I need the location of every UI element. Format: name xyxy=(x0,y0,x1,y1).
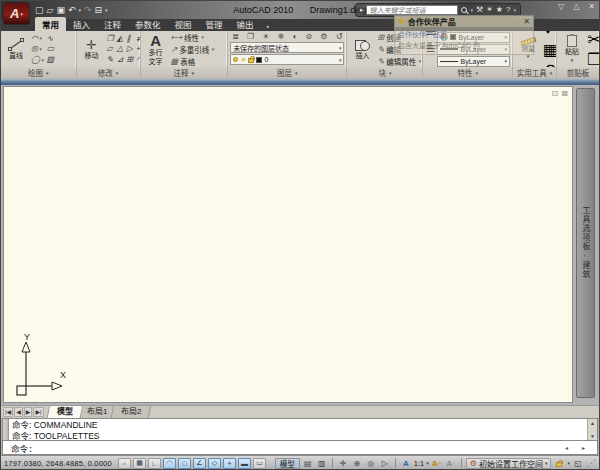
polyline-button[interactable]: ∿ xyxy=(46,34,54,44)
layer-properties-button[interactable]: ≣ xyxy=(232,33,239,41)
plot-icon[interactable]: ⊟ xyxy=(95,6,103,15)
panel-label-annotation[interactable]: 注释▾ xyxy=(141,67,228,78)
array-button[interactable]: ⊞ xyxy=(126,55,133,65)
id-point-button[interactable]: ⊙ xyxy=(544,60,556,68)
prev-tab-button[interactable]: ◀ xyxy=(14,407,23,417)
scroll-left-icon[interactable]: ◂ xyxy=(565,444,568,451)
layer-isolate-button[interactable]: ◐ xyxy=(293,33,298,41)
cut-button[interactable]: ✂ xyxy=(587,31,599,49)
mirror-button[interactable]: ◭ xyxy=(117,34,124,44)
annotation-autoscale-icon[interactable]: A⚡ xyxy=(445,458,457,469)
open-file-icon[interactable]: ▱ xyxy=(47,6,54,15)
steering-wheel-icon[interactable]: ◎ xyxy=(365,458,377,469)
panel-label-clipboard[interactable]: 剪贴板 xyxy=(557,67,599,78)
osnap-toggle[interactable]: □ xyxy=(178,458,191,469)
workspace-switch-button[interactable]: ⚙ 初始设置工作空间 ▾ xyxy=(466,458,552,469)
maximize-button[interactable]: △ xyxy=(573,3,579,11)
redo-icon[interactable]: ↷ xyxy=(84,6,92,15)
layer-walk-button[interactable]: ↺ xyxy=(336,33,343,41)
chevron-down-icon[interactable]: ▾ xyxy=(567,460,570,466)
erase-button[interactable]: ✎ xyxy=(107,55,114,65)
command-scrollbar[interactable]: ▲ ▼ xyxy=(587,419,597,440)
grid-toggle[interactable]: ▦ xyxy=(133,458,146,469)
model-space-button[interactable]: 模型 xyxy=(275,458,300,469)
edit-attributes-button[interactable]: ✎编辑属性▾ xyxy=(377,56,420,67)
chevron-down-icon[interactable]: ▾ xyxy=(79,7,82,13)
quick-view-layouts-icon[interactable]: ▤ xyxy=(302,458,314,469)
panel-label-modify[interactable]: 修改▾ xyxy=(77,67,140,78)
search-input[interactable] xyxy=(366,5,458,15)
balloon-close-icon[interactable]: ✕ xyxy=(523,17,530,26)
tab-parametric[interactable]: 参数化 xyxy=(128,17,168,31)
new-file-icon[interactable]: ▢ xyxy=(35,6,44,15)
infocenter-collapse-icon[interactable]: ▸ xyxy=(360,6,364,14)
scale-button[interactable]: ▱ xyxy=(107,44,114,54)
quick-view-drawings-icon[interactable]: ▥ xyxy=(316,458,328,469)
snap-toggle[interactable]: ▫ xyxy=(118,458,131,469)
move-button[interactable]: ✛ 移动 xyxy=(79,39,105,60)
chamfer-button[interactable]: ⊿ xyxy=(117,55,124,65)
scroll-down-icon[interactable]: ▼ xyxy=(590,432,595,440)
paste-button[interactable]: 粘贴 ▾ xyxy=(559,35,585,63)
ducs-toggle[interactable]: ◇ xyxy=(208,458,221,469)
arc-button[interactable]: ◠▾ xyxy=(31,34,43,44)
layer-settings-button[interactable]: ⚙ xyxy=(320,33,327,41)
panel-label-layers[interactable]: 图层▾ xyxy=(228,67,346,78)
qp-toggle[interactable]: ▭ xyxy=(253,458,266,469)
command-input-line[interactable]: 命令: ◂ ▸ xyxy=(2,441,598,455)
doc-close-icon[interactable]: ⊠ xyxy=(561,89,568,98)
next-tab-button[interactable]: ▶ xyxy=(24,407,33,417)
showmotion-icon[interactable]: ▷ xyxy=(379,458,391,469)
quick-calc-button[interactable]: ▦ xyxy=(543,40,556,59)
layer-freeze-button[interactable]: ❄ xyxy=(278,33,285,41)
zoom-icon[interactable]: ⊕ xyxy=(351,458,363,469)
layer-state-button[interactable]: ❐ xyxy=(247,33,254,41)
layer-state-dropdown[interactable]: 未保存的图层状态 ▾ xyxy=(230,42,344,53)
command-hscroll[interactable]: ◂ ▸ xyxy=(565,444,597,451)
tab-home[interactable]: 常用 xyxy=(35,17,66,31)
close-button[interactable]: ✕ xyxy=(588,3,595,11)
resize-grip[interactable]: ⋰ xyxy=(587,458,596,468)
copy-button[interactable]: ❐ xyxy=(107,34,114,44)
rectangle-button[interactable]: ▭ xyxy=(46,44,54,54)
tool-palettes-bar[interactable]: 工具选项板 - 建筑 xyxy=(576,88,595,398)
tab-insert[interactable]: 插入 xyxy=(66,17,97,31)
tab-manage[interactable]: 管理 xyxy=(199,17,230,31)
tab-annotate[interactable]: 注释 xyxy=(97,17,128,31)
stretch-button[interactable]: ⇄ xyxy=(136,34,139,44)
linetype-list-icon[interactable]: ⋯ xyxy=(423,59,438,67)
annotation-scale-value[interactable]: 1:1 xyxy=(414,459,424,468)
undo-icon[interactable]: ↶ xyxy=(68,6,76,15)
chevron-down-icon[interactable]: ▾ xyxy=(426,460,429,466)
copy-clip-button[interactable]: ❐ xyxy=(587,50,599,68)
multiline-text-button[interactable]: A 多行 文字 xyxy=(143,33,169,65)
balloon-link[interactable]: 合作伙伴产品页 xyxy=(398,30,530,41)
layer-on-button[interactable]: ☀ xyxy=(262,33,269,41)
insert-block-button[interactable]: 插入 xyxy=(349,38,375,60)
clean-screen-button[interactable]: ◱ xyxy=(572,458,584,469)
tab-output[interactable]: 输出 xyxy=(230,17,261,31)
tab-view[interactable]: 视图 xyxy=(168,17,199,31)
scroll-right-icon[interactable]: ▸ xyxy=(582,444,585,451)
first-tab-button[interactable]: |◀ xyxy=(3,407,13,417)
tab-layout2[interactable]: 布局2 xyxy=(111,405,152,418)
multileader-button[interactable]: ↗多重引线▾ xyxy=(171,44,214,55)
panel-label-utilities[interactable]: 实用工具▾ xyxy=(513,67,556,78)
layer-dropdown[interactable]: ☀ 0 ▾ xyxy=(230,54,344,65)
linetype-dropdown[interactable]: ByLayer ▾ xyxy=(437,56,510,67)
search-icon[interactable] xyxy=(461,7,467,13)
rotate-button[interactable]: △ xyxy=(117,44,124,54)
drawing-canvas[interactable]: ⊡ ⊠ Y X xyxy=(3,86,573,403)
tab-model[interactable]: 模型 xyxy=(46,405,83,418)
quick-select-button[interactable]: ✓ xyxy=(544,31,556,39)
trim-button[interactable]: ▷ xyxy=(126,44,133,54)
dyn-toggle[interactable]: + xyxy=(223,458,236,469)
panel-label-draw[interactable]: 绘图▾ xyxy=(1,67,76,78)
annotation-scale-button[interactable]: A xyxy=(400,458,412,469)
offset-button[interactable]: ∥ xyxy=(126,34,133,44)
scroll-up-icon[interactable]: ▲ xyxy=(590,419,595,427)
line-button[interactable]: 直线 xyxy=(3,38,29,60)
favorites-icon[interactable]: ★ xyxy=(496,6,503,14)
layer-off-button[interactable]: ⊘ xyxy=(306,33,313,41)
circle-button[interactable]: ◎▾ xyxy=(31,44,43,54)
